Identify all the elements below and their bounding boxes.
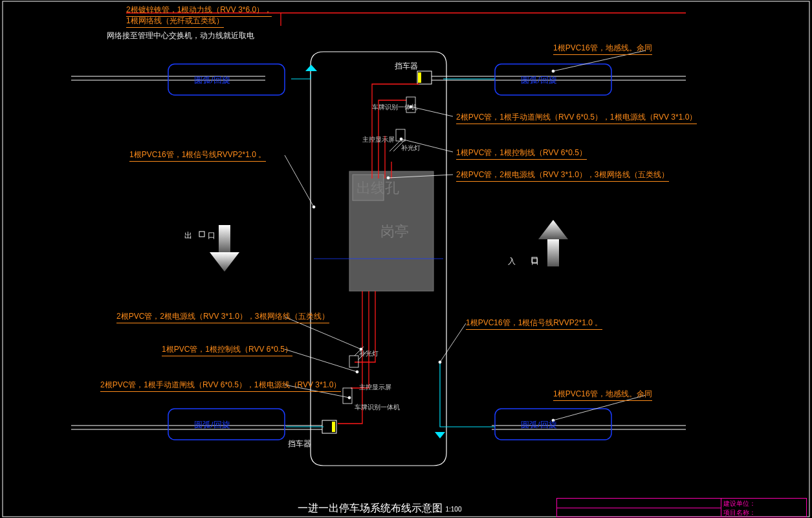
svg-rect-8 — [332, 422, 335, 432]
note-pvc16-signal-left: 1根PVC16管，1根信号线RVVP2*1.0 。 — [129, 149, 266, 162]
note-left-line2: 1根PVC管，1根控制线（RVV 6*0.5） — [162, 344, 292, 356]
label-exit: 出 口 — [184, 230, 219, 241]
svg-rect-36 — [219, 225, 230, 254]
tb-owner: 建设单位： — [723, 499, 756, 508]
label-filllight-top: 补光灯 — [401, 144, 421, 153]
svg-point-33 — [348, 396, 351, 399]
loop-box-tl: 圆弧/回旋 — [194, 74, 230, 86]
note-right-line2: 1根PVC管，1根控制线（RVV 6*0.5） — [456, 147, 587, 160]
note-right-line1: 2根PVC管，1根手动道闸线（RVV 6*0.5），1根电源线（RVV 3*1.… — [456, 112, 697, 124]
drawing-canvas — [0, 0, 812, 518]
label-camera-top: 车牌识别一体机 — [372, 103, 417, 112]
label-display-bot: 主控显示屏 — [359, 383, 391, 392]
svg-marker-24 — [435, 432, 445, 438]
drawing-title: 一进一出停车场系统布线示意图 1:100 — [298, 502, 461, 515]
note-network-power: 网络接至管理中心交换机，动力线就近取电 — [107, 30, 254, 41]
label-booth: 岗亭 — [380, 222, 409, 241]
svg-rect-38 — [547, 238, 559, 266]
label-display-top: 主控显示屏 — [362, 135, 395, 144]
note-pvc16-ground-top: 1根PVC16管，地感线。余同 — [553, 43, 652, 55]
loop-box-tr: 圆弧/回旋 — [521, 74, 557, 86]
svg-rect-4 — [418, 72, 421, 83]
title-block — [556, 498, 807, 517]
svg-rect-21 — [349, 356, 358, 367]
svg-point-32 — [356, 371, 358, 373]
svg-marker-23 — [305, 65, 317, 71]
svg-point-26 — [313, 206, 315, 208]
loop-box-br: 圆弧/回旋 — [521, 419, 557, 431]
label-filllight-bot: 补光灯 — [359, 349, 379, 358]
svg-marker-39 — [538, 220, 568, 239]
label-barrier-top: 挡车器 — [395, 61, 418, 72]
label-camera-bot: 车牌识别一体机 — [355, 403, 400, 412]
note-left-line1: 2根PVC管，2根电源线（RVV 3*1.0），3根网络线（五类线） — [116, 311, 329, 323]
note-pvc16-ground-bot: 1根PVC16管，地感线。余同 — [553, 389, 652, 401]
svg-point-30 — [439, 361, 441, 363]
svg-point-34 — [552, 70, 554, 72]
note-left-line3: 2根PVC管，1根手动道闸线（RVV 6*0.5），1根电源线（RVV 3*1.… — [100, 380, 341, 392]
label-entry: 入 口 — [508, 256, 543, 267]
title-text: 一进一出停车场系统布线示意图 — [298, 502, 443, 513]
svg-point-28 — [400, 138, 402, 140]
title-scale: 1:100 — [445, 506, 461, 513]
loop-box-bl: 圆弧/回旋 — [194, 419, 230, 431]
note-right-line3: 2根PVC管，2根电源线（RVV 3*1.0），3根网络线（五类线） — [456, 169, 669, 182]
note-top-cable-2: 1根网络线（光纤或五类线） — [126, 16, 224, 28]
note-pvc16-signal-right: 1根PVC16管，1根信号线RVVP2*1.0 。 — [466, 318, 602, 330]
svg-marker-37 — [210, 252, 239, 272]
tb-project: 项目名称： — [723, 508, 756, 517]
label-outlet-hole: 出线孔 — [357, 178, 399, 198]
label-barrier-bot: 挡车器 — [288, 438, 311, 449]
svg-rect-22 — [343, 388, 352, 404]
